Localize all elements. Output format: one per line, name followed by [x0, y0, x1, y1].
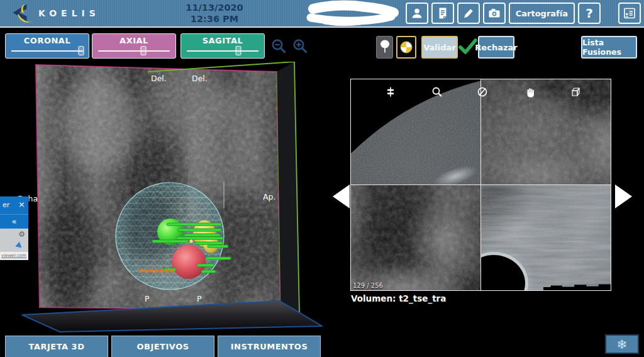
- viewport-3d[interactable]: Del. Del. Dcha Ap. P P: [5, 62, 323, 336]
- help-label: ?: [586, 6, 593, 21]
- cartography-label: Cartografía: [516, 9, 568, 18]
- tab-objetivos-label: OBJETIVOS: [136, 342, 189, 351]
- zoom-in-icon[interactable]: [292, 38, 309, 55]
- quad-mri-coronal[interactable]: 129 / 256: [351, 185, 480, 290]
- report-icon: [623, 6, 636, 20]
- pencil-icon: [462, 6, 475, 20]
- reject-label: Rechazar: [475, 43, 517, 52]
- prev-arrow[interactable]: [333, 184, 350, 208]
- label-ap: Ap.: [263, 192, 275, 201]
- quad-ultrasound-sagittal[interactable]: [481, 185, 611, 290]
- sagittal-track: [187, 50, 258, 52]
- topbar-divider: [0, 26, 644, 28]
- fusion-quad-view[interactable]: 129 / 256: [350, 79, 611, 291]
- time-text: 12:36 PM: [180, 13, 249, 25]
- hand-icon[interactable]: [525, 86, 536, 98]
- notes-icon: [436, 6, 450, 20]
- notes-button[interactable]: [431, 3, 454, 24]
- redaction-scribble: [294, 0, 408, 26]
- sagittal-label: SAGITAL: [181, 36, 264, 45]
- coronal-handle[interactable]: [78, 46, 84, 55]
- koelis-logo: KOELIS: [6, 2, 100, 25]
- tab-instrumentos[interactable]: INSTRUMENTOS: [218, 336, 321, 357]
- axial-label: AXIAL: [92, 36, 175, 45]
- label-p-1: P: [145, 294, 150, 303]
- remote-overlay-panel: er × « ⚙ viewer.com: [0, 196, 28, 260]
- reject-button[interactable]: Rechazar: [478, 36, 514, 59]
- slice-counter: 129 / 256: [353, 282, 383, 289]
- top-bar: KOELIS 11/13/2020 12:36 PM: [0, 0, 644, 26]
- validate-button[interactable]: Validar: [421, 36, 458, 59]
- edit-button[interactable]: [457, 3, 480, 24]
- sagittal-handle[interactable]: [236, 46, 242, 55]
- overlay-link[interactable]: viewer.com: [0, 252, 28, 260]
- gear-icon[interactable]: ⚙: [18, 230, 25, 239]
- tab-tarjeta-3d-label: TARJETA 3D: [29, 342, 85, 351]
- fusion-pie-icon: [399, 40, 413, 54]
- label-del-1: Del.: [151, 74, 167, 83]
- tab-objetivos[interactable]: OBJETIVOS: [111, 336, 214, 357]
- cube-icon[interactable]: [570, 86, 581, 98]
- sagittal-slider[interactable]: SAGITAL: [180, 33, 265, 59]
- report-button[interactable]: [618, 3, 641, 24]
- target-red[interactable]: [172, 245, 206, 279]
- topbar-buttons: Cartografía ?: [406, 3, 641, 24]
- koelis-logo-icon: [6, 2, 33, 25]
- fusion-list-label: Lista Fusiones: [582, 38, 636, 57]
- search-icon[interactable]: [431, 86, 443, 98]
- validate-label: Validar: [423, 43, 456, 52]
- zoom-out-icon[interactable]: [270, 38, 287, 55]
- collapse-icon[interactable]: «: [0, 214, 28, 229]
- no-entry-icon[interactable]: [477, 86, 488, 98]
- quad-ultrasound-axial[interactable]: [351, 79, 480, 184]
- level-icon[interactable]: [385, 86, 396, 98]
- volume-label: Volumen: t2_tse_tra: [351, 293, 446, 303]
- next-arrow[interactable]: [615, 184, 632, 208]
- cartography-button[interactable]: Cartografía: [509, 3, 575, 24]
- fusion-list-button[interactable]: Lista Fusiones: [581, 36, 637, 59]
- overlay-panel-header: er ×: [0, 196, 28, 214]
- coronal-track: [11, 50, 83, 52]
- tab-tarjeta-3d[interactable]: TARJETA 3D: [5, 336, 108, 357]
- help-button[interactable]: ?: [578, 3, 601, 24]
- tab-instrumentos-label: INSTRUMENTOS: [231, 342, 308, 351]
- axial-track: [98, 50, 170, 52]
- overlay-panel-body: ⚙: [0, 229, 28, 252]
- label-del-2: Del.: [192, 74, 208, 83]
- brand-text: KOELIS: [38, 8, 100, 18]
- coronal-slider[interactable]: CORONAL: [5, 33, 89, 59]
- coronal-label: CORONAL: [6, 36, 89, 45]
- fusion-blend-button[interactable]: [396, 36, 416, 59]
- snapshot-button[interactable]: [483, 3, 506, 24]
- freeze-button[interactable]: ❄: [605, 334, 639, 354]
- camera-icon: [487, 6, 501, 20]
- prostate-view-button[interactable]: [376, 36, 393, 59]
- user-icon: [410, 6, 424, 20]
- quad-mri-sagittal[interactable]: [481, 79, 611, 184]
- axial-handle[interactable]: [140, 46, 146, 55]
- date-text: 11/13/2020: [180, 2, 249, 13]
- user-button[interactable]: [406, 3, 428, 24]
- snowflake-icon: ❄: [617, 338, 628, 351]
- axial-slider[interactable]: AXIAL: [92, 33, 176, 59]
- app-window: KOELIS 11/13/2020 12:36 PM: [0, 0, 644, 357]
- cursor-icon: [15, 242, 23, 250]
- close-icon[interactable]: ×: [18, 200, 25, 209]
- prostate-icon: [379, 39, 391, 55]
- overlay-title-fragment: er: [3, 201, 9, 209]
- label-p-2: P: [197, 294, 202, 303]
- datetime: 11/13/2020 12:36 PM: [180, 2, 249, 25]
